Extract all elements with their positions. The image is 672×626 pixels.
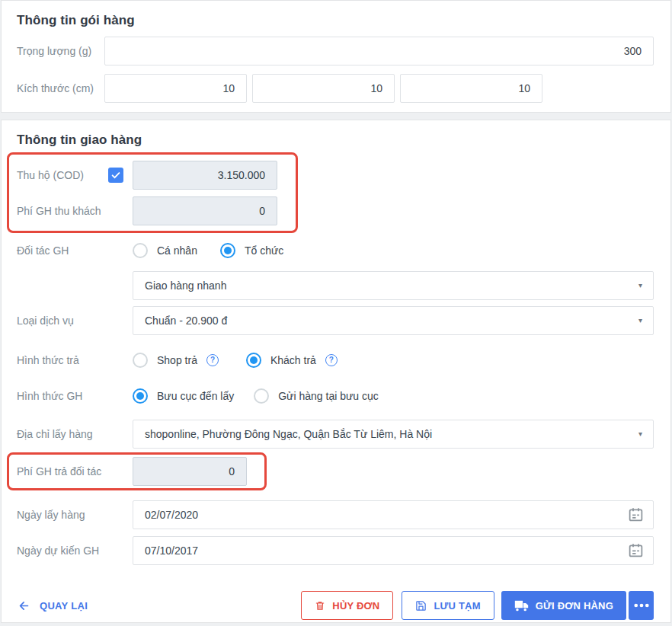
size-width-input[interactable] [252, 74, 395, 103]
expected-date-row: Ngày dự kiến GH [17, 536, 654, 565]
expected-date-field [133, 536, 654, 565]
fee-partner-input [133, 457, 247, 486]
pickup-date-label: Ngày lấy hàng [17, 509, 133, 521]
payer-option-shop-label: Shop trả [157, 354, 197, 366]
size-height-input[interactable] [400, 74, 542, 103]
ellipsis-icon [634, 603, 649, 608]
size-length-input[interactable] [104, 74, 247, 103]
save-icon [415, 600, 427, 612]
payer-option-customer[interactable]: Khách trả ? [246, 353, 338, 368]
chevron-down-icon: ▾ [638, 282, 642, 289]
cancel-order-button[interactable]: HỦY ĐƠN [301, 591, 393, 620]
back-button-label: QUAY LẠI [40, 600, 88, 612]
partner-option-organization-label: Tổ chức [245, 244, 283, 257]
radio-on-icon[interactable] [133, 388, 148, 404]
package-section-title: Thông tin gói hàng [17, 1, 654, 28]
order-form-page: Thông tin gói hàng Trọng lượng (g) Kích … [0, 0, 672, 626]
size-inputs [104, 74, 542, 103]
help-icon[interactable]: ? [206, 354, 219, 366]
method-option-dropoff-label: Gửi hàng tại bưu cục [278, 390, 379, 402]
submit-order-button[interactable]: GỬI ĐƠN HÀNG [501, 591, 626, 620]
footer-buttons: HỦY ĐƠN LƯU TẠM GỬI ĐƠN HÀNG [301, 591, 654, 620]
payer-row: Hình thức trả Shop trả ? Khách trả ? [17, 353, 654, 368]
trash-icon [315, 600, 325, 612]
fee-partner-label: Phí GH trả đối tác [17, 465, 133, 477]
cancel-order-label: HỦY ĐƠN [332, 600, 379, 612]
service-label: Loại dịch vụ [17, 315, 133, 327]
partner-option-organization[interactable]: Tổ chức [220, 243, 283, 258]
truck-icon [514, 600, 529, 612]
pickup-address-select[interactable]: shoponline, Phường Đông Ngạc, Quận Bắc T… [133, 420, 654, 449]
method-label: Hình thức GH [17, 390, 133, 402]
payer-option-customer-label: Khách trả [270, 354, 316, 366]
calendar-icon[interactable] [628, 506, 644, 525]
method-row: Hình thức GH Bưu cục đến lấy Gửi hàng tạ… [17, 388, 654, 404]
size-label: Kích thước (cm) [17, 82, 104, 94]
cod-amount-input [133, 161, 277, 190]
pickup-address-label: Địa chỉ lấy hàng [17, 428, 133, 440]
payer-option-shop[interactable]: Shop trả ? [133, 353, 219, 368]
save-draft-button[interactable]: LƯU TẠM [402, 591, 494, 620]
submit-order-label: GỬI ĐƠN HÀNG [536, 600, 613, 612]
method-option-dropoff[interactable]: Gửi hàng tại bưu cục [254, 388, 379, 404]
weight-label: Trọng lượng (g) [17, 45, 104, 57]
check-icon [110, 170, 121, 180]
back-button[interactable]: QUAY LẠI [17, 599, 88, 612]
delivery-info-card: Thông tin giao hàng Thu hộ (COD) Phí GH … [1, 120, 671, 623]
method-options: Bưu cục đến lấy Gửi hàng tại bưu cục [133, 388, 379, 404]
partner-option-personal[interactable]: Cá nhân [133, 243, 197, 258]
carrier-row: Giao hàng nhanh ▾ [17, 271, 654, 300]
method-option-pickup[interactable]: Bưu cục đến lấy [133, 388, 234, 404]
more-options-button[interactable] [629, 591, 654, 620]
carrier-select[interactable]: Giao hàng nhanh ▾ [133, 271, 654, 300]
card-separator [0, 113, 672, 120]
weight-row: Trọng lượng (g) [17, 37, 654, 65]
fee-partner-row: Phí GH trả đối tác [17, 457, 255, 486]
pickup-date-field [133, 500, 654, 529]
partner-options: Cá nhân Tổ chức [133, 243, 283, 258]
pickup-address-row: Địa chỉ lấy hàng shoponline, Phường Đông… [17, 420, 654, 449]
package-info-card: Thông tin gói hàng Trọng lượng (g) Kích … [1, 0, 671, 113]
save-draft-label: LƯU TẠM [434, 600, 480, 612]
size-row: Kích thước (cm) [17, 74, 654, 103]
weight-input[interactable] [104, 37, 654, 65]
cod-highlight-box: Thu hộ (COD) Phí GH thu khách [7, 152, 298, 233]
fee-customer-input [133, 196, 277, 225]
partner-option-personal-label: Cá nhân [157, 244, 197, 257]
cod-label: Thu hộ (COD) [17, 169, 108, 181]
help-icon[interactable]: ? [325, 354, 338, 366]
chevron-down-icon: ▾ [638, 317, 642, 324]
payer-label: Hình thức trả [17, 354, 133, 366]
radio-off-icon[interactable] [133, 243, 148, 258]
radio-off-icon[interactable] [133, 353, 148, 368]
radio-off-icon[interactable] [254, 388, 269, 404]
partner-row: Đối tác GH Cá nhân Tổ chức [17, 243, 654, 258]
calendar-icon[interactable] [628, 542, 644, 561]
arrow-left-icon [17, 599, 31, 612]
pickup-address-value: shoponline, Phường Đông Ngạc, Quận Bắc T… [145, 428, 432, 440]
chevron-down-icon: ▾ [638, 430, 642, 438]
cod-row: Thu hộ (COD) [17, 161, 286, 190]
service-row: Loại dịch vụ Chuẩn - 20.900 đ ▾ [17, 306, 654, 335]
fee-customer-label: Phí GH thu khách [17, 205, 133, 217]
cod-checkbox[interactable] [108, 168, 123, 183]
radio-on-icon[interactable] [246, 353, 261, 368]
expected-date-label: Ngày dự kiến GH [17, 545, 133, 557]
method-option-pickup-label: Bưu cục đến lấy [157, 390, 234, 402]
radio-on-icon[interactable] [220, 243, 235, 258]
delivery-section-title: Thông tin giao hàng [17, 120, 654, 148]
footer-action-bar: QUAY LẠI HỦY ĐƠN LƯU TẠM [17, 591, 654, 620]
payer-options: Shop trả ? Khách trả ? [133, 353, 338, 368]
partner-label: Đối tác GH [17, 244, 133, 257]
service-select[interactable]: Chuẩn - 20.900 đ ▾ [133, 306, 654, 335]
pickup-date-row: Ngày lấy hàng [17, 500, 654, 529]
fee-customer-row: Phí GH thu khách [17, 196, 286, 225]
service-select-value: Chuẩn - 20.900 đ [145, 315, 227, 327]
pickup-date-input[interactable] [133, 500, 654, 529]
expected-date-input[interactable] [133, 536, 654, 565]
fee-partner-highlight-box: Phí GH trả đối tác [7, 452, 267, 490]
carrier-select-value: Giao hàng nhanh [145, 279, 226, 292]
